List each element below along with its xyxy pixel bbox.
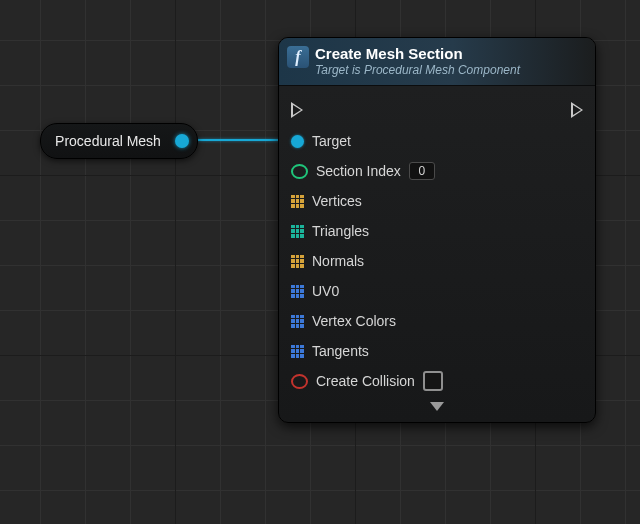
chevron-down-icon xyxy=(430,402,444,411)
input-label-uv0: UV0 xyxy=(312,283,339,299)
input-pin-create-collision[interactable] xyxy=(291,374,308,389)
wire-proceduralmesh-to-target xyxy=(190,139,288,141)
input-label-create-collision: Create Collision xyxy=(316,373,415,389)
input-pin-triangles[interactable] xyxy=(291,225,304,238)
input-default-section-index[interactable]: 0 xyxy=(409,162,435,180)
input-pin-vertices[interactable] xyxy=(291,195,304,208)
input-checkbox-create-collision[interactable] xyxy=(423,371,443,391)
input-pin-target[interactable] xyxy=(291,135,304,148)
node-header[interactable]: f Create Mesh Section Target is Procedur… xyxy=(279,38,595,86)
node-variable-procedural-mesh[interactable]: Procedural Mesh xyxy=(40,123,198,159)
input-label-triangles: Triangles xyxy=(312,223,369,239)
node-title: Create Mesh Section xyxy=(315,45,583,63)
input-label-vertex-colors: Vertex Colors xyxy=(312,313,396,329)
input-pin-section-index[interactable] xyxy=(291,164,308,179)
exec-output-pin[interactable] xyxy=(571,102,583,118)
node-subtitle: Target is Procedural Mesh Component xyxy=(315,63,583,78)
input-label-vertices: Vertices xyxy=(312,193,362,209)
exec-input-pin[interactable] xyxy=(291,102,303,118)
input-label-tangents: Tangents xyxy=(312,343,369,359)
node-create-mesh-section[interactable]: f Create Mesh Section Target is Procedur… xyxy=(278,37,596,423)
node-body: Target Section Index 0 Vertices Triangle… xyxy=(279,86,595,422)
variable-label: Procedural Mesh xyxy=(41,133,175,149)
input-pin-normals[interactable] xyxy=(291,255,304,268)
input-pin-tangents[interactable] xyxy=(291,345,304,358)
input-label-section-index: Section Index xyxy=(316,163,401,179)
input-label-normals: Normals xyxy=(312,253,364,269)
input-pin-uv0[interactable] xyxy=(291,285,304,298)
blueprint-canvas[interactable]: Procedural Mesh f Create Mesh Section Ta… xyxy=(0,0,640,524)
input-label-target: Target xyxy=(312,133,351,149)
output-pin-procedural-mesh[interactable] xyxy=(175,134,189,148)
function-icon: f xyxy=(287,46,309,68)
input-pin-vertex-colors[interactable] xyxy=(291,315,304,328)
expand-node-button[interactable] xyxy=(291,396,583,416)
